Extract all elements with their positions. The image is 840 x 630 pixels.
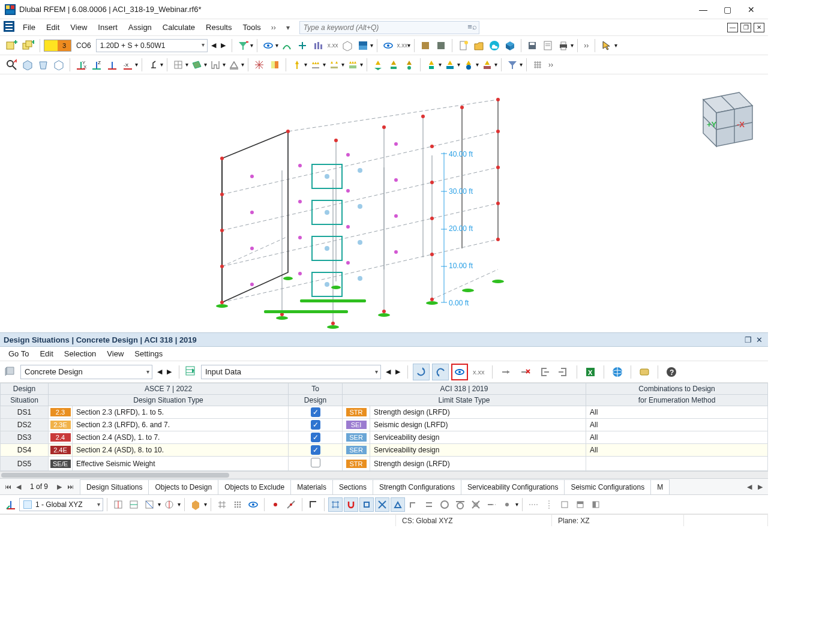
caret-down-icon[interactable]: ▾ bbox=[160, 61, 163, 68]
help-button[interactable]: ? bbox=[663, 364, 680, 380]
caret-down-icon[interactable]: ▾ bbox=[241, 61, 244, 68]
hdr-situation[interactable]: Situation bbox=[1, 395, 49, 406]
result-deform-button[interactable] bbox=[280, 38, 294, 53]
menu-assign[interactable]: Assign bbox=[124, 20, 157, 34]
caret-down-icon[interactable]: ▾ bbox=[341, 61, 344, 68]
open-file-button[interactable] bbox=[472, 38, 486, 53]
guide-v-button[interactable] bbox=[542, 497, 556, 512]
loadcase-next-button[interactable]: ▶ bbox=[218, 39, 228, 52]
mode-4-button[interactable] bbox=[162, 497, 176, 512]
ds-desc[interactable]: Section 2.4 (ASD), 8. to 10. bbox=[73, 444, 289, 457]
hdr-aci[interactable]: ACI 318 | 2019 bbox=[343, 383, 586, 395]
view-general-button[interactable] bbox=[261, 38, 275, 53]
result-load-2-button[interactable] bbox=[443, 58, 457, 72]
save-button[interactable] bbox=[525, 38, 539, 53]
limit-desc[interactable]: Seismic design (LRFD) bbox=[370, 419, 586, 431]
loadcase-dropdown[interactable]: 1.20D + S + 0.50W1 ▾ bbox=[96, 39, 208, 52]
grid-eye-button[interactable] bbox=[246, 497, 260, 512]
support-button[interactable] bbox=[227, 58, 241, 72]
ortho-button[interactable] bbox=[306, 497, 320, 512]
loadcase-swatch[interactable]: 3 bbox=[44, 40, 71, 52]
tab-design-situations[interactable]: Design Situations bbox=[80, 479, 149, 494]
window-maximize-button[interactable]: ▢ bbox=[715, 1, 739, 18]
page-next-button[interactable]: ▶ bbox=[54, 483, 65, 491]
window-minimize-button[interactable]: — bbox=[691, 1, 715, 18]
axis-neg-x-button[interactable]: -X bbox=[121, 58, 135, 72]
caret-down-icon[interactable]: ▾ bbox=[515, 501, 518, 508]
panel-close-button[interactable]: ✕ bbox=[754, 334, 764, 345]
new-combo-button[interactable] bbox=[20, 38, 36, 53]
mode-2-button[interactable] bbox=[127, 497, 141, 512]
hdr-design[interactable]: Design bbox=[1, 383, 49, 395]
anim-2-button[interactable] bbox=[434, 38, 448, 53]
workplane-dropdown[interactable]: 1 - Global XYZ ▾ bbox=[19, 498, 103, 511]
caret-down-icon[interactable]: ▾ bbox=[158, 501, 161, 508]
app-menu-icon[interactable] bbox=[4, 21, 14, 34]
menu-insert[interactable]: Insert bbox=[93, 20, 122, 34]
mdi-restore-button[interactable]: ❐ bbox=[740, 23, 751, 32]
panel-menu-selection[interactable]: Selection bbox=[59, 347, 101, 360]
microscope-button[interactable] bbox=[146, 58, 160, 72]
table-row[interactable]: DS5SE/EEffective Seismic WeightSTRStreng… bbox=[1, 457, 768, 471]
nodal-load-button[interactable] bbox=[290, 58, 304, 72]
guide-top-button[interactable] bbox=[573, 497, 587, 512]
gen-load-1-button[interactable] bbox=[371, 58, 385, 72]
result-load-4-button[interactable] bbox=[480, 58, 494, 72]
result-diagram-button[interactable] bbox=[311, 38, 325, 53]
result-nodal-button[interactable] bbox=[295, 38, 310, 53]
grid-dots-button[interactable] bbox=[230, 497, 245, 512]
hdr-design2[interactable]: Design bbox=[289, 395, 343, 406]
osnap-cen-button[interactable] bbox=[437, 497, 452, 512]
osnap-magnet-button[interactable] bbox=[344, 497, 358, 512]
guide-h-button[interactable] bbox=[526, 497, 541, 512]
caret-down-icon[interactable]: ▾ bbox=[494, 61, 497, 68]
tab-sections[interactable]: Sections bbox=[332, 479, 373, 494]
to-design-checkbox[interactable]: ✓ bbox=[311, 407, 320, 417]
pick-reverse-button[interactable] bbox=[432, 364, 449, 380]
web-help-button[interactable] bbox=[609, 364, 626, 380]
render-1-button[interactable] bbox=[188, 497, 203, 512]
ds-desc[interactable]: Effective Seismic Weight bbox=[73, 457, 289, 471]
osnap-near-button[interactable] bbox=[469, 497, 483, 512]
osnap-grid-button[interactable] bbox=[328, 497, 343, 512]
show-in-view-button[interactable] bbox=[451, 364, 468, 380]
caret-down-icon[interactable]: ▾ bbox=[204, 501, 207, 508]
caret-down-icon[interactable]: ▾ bbox=[520, 61, 523, 68]
combination-cell[interactable]: All bbox=[586, 444, 768, 457]
cs-button[interactable] bbox=[4, 497, 18, 512]
import-row-button[interactable] bbox=[536, 364, 553, 380]
combination-cell[interactable] bbox=[586, 457, 768, 471]
hdr-asce[interactable]: ASCE 7 | 2022 bbox=[49, 383, 289, 395]
panel-popout-button[interactable]: ❐ bbox=[743, 334, 754, 345]
delete-row-button[interactable] bbox=[517, 364, 533, 380]
mode-1-button[interactable] bbox=[111, 497, 125, 512]
table-row[interactable]: DS32.4Section 2.4 (ASD), 1. to 7.✓SERSer… bbox=[1, 431, 768, 444]
caret-down-icon[interactable]: ▾ bbox=[275, 42, 278, 49]
caret-down-icon[interactable]: ▾ bbox=[457, 61, 460, 68]
osnap-ext-button[interactable] bbox=[484, 497, 499, 512]
ds-desc[interactable]: Section 2.3 (LRFD), 6. and 7. bbox=[73, 419, 289, 431]
caret-down-icon[interactable]: ▾ bbox=[304, 61, 307, 68]
design-module-prev[interactable]: ◀ bbox=[155, 365, 164, 379]
navigation-cube[interactable]: +Y -X bbox=[685, 82, 757, 155]
block-button[interactable] bbox=[503, 38, 517, 53]
search-input[interactable] bbox=[299, 21, 479, 34]
pick-in-model-button[interactable] bbox=[413, 364, 430, 380]
caret-down-icon[interactable]: ▾ bbox=[178, 501, 181, 508]
tab-strength-configurations[interactable]: Strength Configurations bbox=[373, 479, 461, 494]
menu-view[interactable]: View bbox=[65, 20, 92, 34]
menu-results[interactable]: Results bbox=[201, 20, 236, 34]
caret-down-icon[interactable]: ▾ bbox=[370, 42, 373, 49]
loadcase-prev-button[interactable]: ◀ bbox=[209, 39, 218, 52]
filter-button[interactable] bbox=[236, 38, 250, 53]
export-row-button[interactable] bbox=[555, 364, 572, 380]
panel-menu-view[interactable]: View bbox=[102, 347, 128, 360]
model-viewport[interactable]: 40.00 ft 30.00 ft 20.00 ft 10.00 ft 0.00… bbox=[0, 74, 768, 332]
overflow-icon[interactable]: ›› bbox=[548, 61, 553, 69]
to-design-checkbox[interactable]: ✓ bbox=[311, 420, 320, 430]
page-last-button[interactable]: ⏭ bbox=[65, 483, 76, 490]
combination-cell[interactable]: All bbox=[586, 406, 768, 419]
menu-overflow-icon[interactable]: ›› bbox=[267, 23, 280, 32]
mode-3-button[interactable] bbox=[142, 497, 157, 512]
line-load-button[interactable] bbox=[308, 58, 323, 72]
